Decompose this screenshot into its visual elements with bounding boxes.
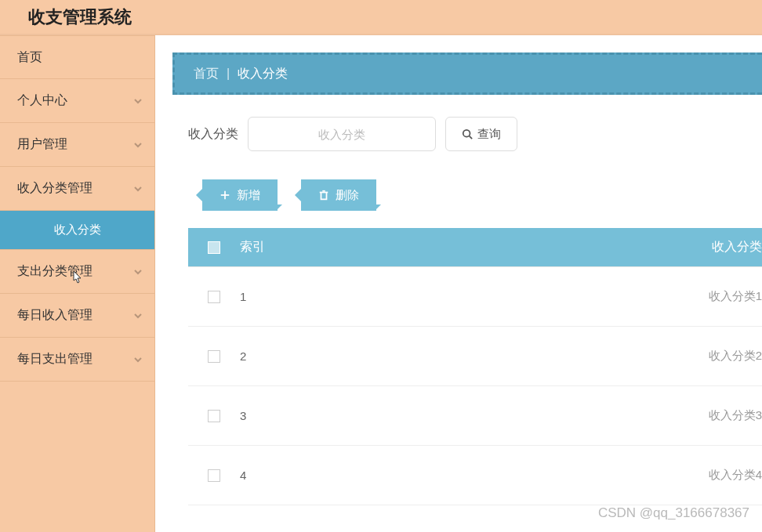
- sidebar-subitem-income-cat[interactable]: 收入分类: [0, 211, 154, 250]
- add-button[interactable]: 新增: [202, 179, 278, 211]
- sidebar: 首页 个人中心 用户管理 收入分类管理 收入分类 支出分类管理 每日收入管理 每…: [0, 35, 155, 532]
- trash-icon: [318, 190, 329, 201]
- sidebar-item-daily-expense[interactable]: 每日支出管理: [0, 338, 154, 382]
- sidebar-item-label: 支出分类管理: [17, 263, 93, 280]
- sidebar-item-label: 每日收入管理: [17, 307, 93, 324]
- row-category: 收入分类3: [381, 408, 762, 423]
- row-category: 收入分类4: [381, 468, 762, 483]
- search-label: 收入分类: [188, 126, 238, 143]
- row-index: 3: [240, 409, 381, 422]
- sidebar-subitem-label: 收入分类: [54, 223, 101, 237]
- sidebar-item-user-mgmt[interactable]: 用户管理: [0, 123, 154, 167]
- table-row: 4 收入分类4: [188, 446, 762, 505]
- sidebar-item-home[interactable]: 首页: [0, 35, 154, 79]
- row-checkbox[interactable]: [208, 291, 220, 303]
- breadcrumb-sep: |: [227, 67, 230, 81]
- chevron-down-icon: [132, 266, 143, 277]
- table-row: 1 收入分类1: [188, 267, 762, 327]
- sidebar-item-personal[interactable]: 个人中心: [0, 79, 154, 123]
- table-header: 索引 收入分类: [188, 228, 762, 267]
- search-button[interactable]: 查询: [445, 117, 517, 151]
- action-row: 新增 删除: [172, 179, 762, 211]
- delete-button-label: 删除: [336, 188, 359, 203]
- header-category: 收入分类: [381, 239, 762, 255]
- app-title: 收支管理系统: [28, 5, 132, 29]
- chevron-down-icon: [132, 354, 143, 365]
- svg-line-1: [470, 136, 473, 139]
- sidebar-item-expense-cat-mgmt[interactable]: 支出分类管理: [0, 250, 154, 294]
- sidebar-item-label: 收入分类管理: [17, 180, 93, 197]
- watermark: CSDN @qq_3166678367: [598, 505, 749, 521]
- data-table: 索引 收入分类 1 收入分类1 2 收入分类2 3 收入分类3 4 收: [188, 228, 762, 505]
- search-row: 收入分类 查询: [172, 117, 762, 151]
- app-header: 收支管理系统: [0, 0, 762, 35]
- row-index: 2: [240, 349, 381, 363]
- row-checkbox[interactable]: [208, 410, 220, 422]
- search-input[interactable]: [248, 117, 436, 151]
- sidebar-item-label: 每日支出管理: [17, 351, 93, 367]
- row-checkbox[interactable]: [208, 469, 220, 482]
- search-icon: [462, 128, 473, 139]
- breadcrumb-home[interactable]: 首页: [194, 66, 219, 82]
- row-index: 1: [240, 290, 381, 303]
- delete-button[interactable]: 删除: [301, 179, 376, 211]
- sidebar-item-income-cat-mgmt[interactable]: 收入分类管理: [0, 167, 154, 211]
- sidebar-item-label: 首页: [17, 49, 42, 66]
- select-all-checkbox[interactable]: [208, 241, 220, 254]
- chevron-down-icon: [132, 139, 143, 150]
- add-button-label: 新增: [237, 188, 260, 203]
- plus-icon: [220, 190, 230, 201]
- row-checkbox-cell: [188, 291, 240, 303]
- row-checkbox[interactable]: [208, 350, 220, 363]
- body-wrap: 首页 个人中心 用户管理 收入分类管理 收入分类 支出分类管理 每日收入管理 每…: [0, 35, 762, 532]
- row-checkbox-cell: [188, 350, 240, 363]
- chevron-down-icon: [132, 96, 143, 107]
- row-checkbox-cell: [188, 469, 240, 482]
- chevron-down-icon: [132, 183, 143, 194]
- header-index: 索引: [240, 239, 381, 255]
- row-checkbox-cell: [188, 410, 240, 422]
- row-category: 收入分类1: [381, 289, 762, 304]
- header-checkbox-cell: [188, 241, 240, 254]
- svg-point-0: [463, 130, 470, 137]
- row-index: 4: [240, 469, 381, 482]
- table-row: 2 收入分类2: [188, 327, 762, 386]
- breadcrumb: 首页 | 收入分类: [172, 52, 762, 95]
- search-button-label: 查询: [477, 127, 501, 142]
- sidebar-item-label: 个人中心: [17, 92, 67, 109]
- row-category: 收入分类2: [381, 349, 762, 364]
- table-row: 3 收入分类3: [188, 386, 762, 446]
- main-content: 首页 | 收入分类 收入分类 查询 新增 删除: [155, 35, 762, 532]
- sidebar-item-label: 用户管理: [17, 136, 67, 153]
- breadcrumb-current: 收入分类: [238, 66, 288, 82]
- chevron-down-icon: [132, 310, 143, 321]
- sidebar-item-daily-income[interactable]: 每日收入管理: [0, 294, 154, 338]
